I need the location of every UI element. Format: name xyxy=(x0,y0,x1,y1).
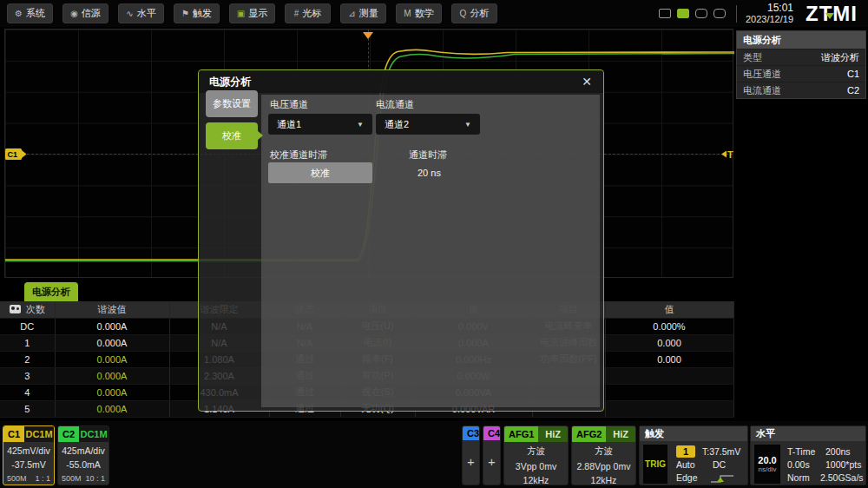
dialog-title: 电源分析 xyxy=(199,70,603,93)
table-cell xyxy=(605,384,733,400)
scale-value: 425mA/div xyxy=(58,445,108,456)
current-channel-select[interactable]: 通道2 ▼ xyxy=(376,114,480,135)
column-header: 谐波值 xyxy=(55,301,169,318)
trig-status-text: TRIG xyxy=(645,459,666,469)
table-cell: 5 xyxy=(0,400,55,417)
trigger-panel[interactable]: 触发 TRIG 1 T:37.5mV Auto DC Edge xyxy=(639,425,748,485)
bandwidth-value: 500M xyxy=(7,474,27,483)
menu-horizontal-button[interactable]: ∿ 水平 xyxy=(118,3,164,23)
table-cell: 3 xyxy=(0,367,55,384)
voltage-channel-label: 电压通道 xyxy=(270,98,308,111)
t-level-marker[interactable]: T xyxy=(721,149,733,160)
results-tab-power-analysis[interactable]: 电源分析 xyxy=(24,282,78,301)
menu-system-button[interactable]: ⚙ 系统 xyxy=(7,3,53,23)
menu-cursor-button[interactable]: # 光标 xyxy=(285,3,331,23)
screen-icon[interactable] xyxy=(659,9,671,18)
table-cell: 0.000A xyxy=(55,334,169,351)
menu-math-button[interactable]: M 数学 xyxy=(396,3,442,23)
delay-value: 0.00s xyxy=(787,459,810,470)
sample-rate-value: 2.50GSa/s xyxy=(820,472,864,483)
table-cell: 2 xyxy=(0,351,55,367)
c1-level-marker[interactable]: C1 xyxy=(5,148,27,160)
math-icon: M xyxy=(404,10,411,18)
scale-value: 425mV/div xyxy=(3,445,54,456)
timebase-box[interactable]: 20.0 ns/div xyxy=(754,445,780,484)
gear-icon: ⚙ xyxy=(15,10,23,18)
trig-status-box[interactable]: TRIG xyxy=(643,445,667,484)
summary-row-type[interactable]: 类型 谐波分析 xyxy=(737,49,865,65)
channel-card-c2[interactable]: C2 DC1M 425mA/div -55.0mA 500M10 : 1 xyxy=(57,425,109,485)
divider xyxy=(736,5,737,23)
row-value: 谐波分析 xyxy=(821,51,859,64)
dialog-content-panel xyxy=(261,95,600,407)
deskew-calibrate-label: 校准通道时滞 xyxy=(270,148,327,162)
chevron-down-icon: ▼ xyxy=(464,121,471,129)
afg2-card[interactable]: AFG2 HiZ 方波 2.88Vpp 0mv 12kHz xyxy=(571,425,636,485)
channel-card-c3[interactable]: C3 + xyxy=(462,425,480,485)
trigger-panel-title: 触发 xyxy=(640,426,747,441)
top-toolbar: ⚙ 系统 ◉ 信源 ∿ 水平 ⚑ 触发 ▣ 显示 # 光标 ⊿ 测量 M 数学 … xyxy=(0,0,868,27)
menu-source-button[interactable]: ◉ 信源 xyxy=(62,3,108,23)
usb-storage-icon[interactable] xyxy=(677,9,689,18)
channel-card-c4[interactable]: C4 + xyxy=(483,425,501,485)
close-icon[interactable]: ✕ xyxy=(579,74,595,89)
trigger-flag-icon: ⚑ xyxy=(181,10,189,18)
row-label: 电流通道 xyxy=(743,84,781,97)
trigger-source-badge[interactable]: 1 xyxy=(676,445,695,458)
chevron-down-icon: ▼ xyxy=(357,121,364,129)
status-bar: C1 DC1M 425mV/div -37.5mV 500M1 : 1 C2 D… xyxy=(0,421,868,488)
analysis-summary-panel: 电源分析 类型 谐波分析 电压通道 C1 电流通道 C2 xyxy=(736,30,866,99)
menu-measure-button[interactable]: ⊿ 测量 xyxy=(340,3,386,23)
table-cell xyxy=(605,367,733,384)
menu-label: 触发 xyxy=(193,7,212,20)
menu-label: 系统 xyxy=(26,7,45,20)
impedance-value: HiZ xyxy=(606,426,635,442)
tab-parameter-settings[interactable]: 参数设置 xyxy=(206,90,258,117)
selected-value: 通道1 xyxy=(277,118,301,131)
selected-value: 通道2 xyxy=(385,118,409,131)
measure-icon: ⊿ xyxy=(348,10,355,18)
table-cell: 0.000 xyxy=(605,334,733,351)
add-channel-button[interactable]: + xyxy=(463,454,479,469)
snapshot-icon[interactable] xyxy=(10,305,21,313)
table-cell: 0.000A xyxy=(55,400,169,417)
channel-badge: C2 xyxy=(58,426,79,442)
calibrate-button[interactable]: 校准 xyxy=(268,162,372,183)
logo-triangle xyxy=(825,13,834,19)
channel-card-c1[interactable]: C1 DC1M 425mV/div -37.5mV 500M1 : 1 xyxy=(3,425,55,485)
acq-mode-value: Norm xyxy=(787,472,810,483)
channel-badge: C3 xyxy=(463,426,480,440)
trigger-position-marker[interactable] xyxy=(363,32,373,39)
impedance-value: HiZ xyxy=(538,426,568,442)
summary-row-voltage[interactable]: 电压通道 C1 xyxy=(737,65,865,82)
date-text: 2023/12/19 xyxy=(746,14,793,25)
current-channel-label: 电流通道 xyxy=(376,98,414,111)
summary-row-current[interactable]: 电流通道 C2 xyxy=(737,82,865,98)
frequency-value: 12kHz xyxy=(572,475,635,485)
table-cell: 0.000A xyxy=(55,384,169,400)
svg-text:T: T xyxy=(727,149,733,160)
points-value: 1000*pts xyxy=(825,459,861,470)
voltage-channel-select[interactable]: 通道1 ▼ xyxy=(268,114,372,135)
horizontal-panel[interactable]: 水平 20.0 ns/div T-Time 200ns 0.00s 1000*p… xyxy=(750,425,866,485)
touch-icon[interactable] xyxy=(713,9,726,18)
afg1-card[interactable]: AFG1 HiZ 方波 3Vpp 0mv 12kHz xyxy=(503,425,569,485)
tab-calibration[interactable]: 校准 xyxy=(206,122,258,149)
deskew-value: 20 ns xyxy=(418,168,441,178)
menu-analyze-button[interactable]: Q 分析 xyxy=(451,3,497,23)
menu-trigger-button[interactable]: ⚑ 触发 xyxy=(174,3,220,23)
brand-logo: ZTMI xyxy=(806,2,858,26)
timebase-value: 20.0 xyxy=(758,455,776,465)
trigger-type-value: Edge xyxy=(676,472,698,483)
menu-display-button[interactable]: ▣ 显示 xyxy=(229,3,275,23)
table-cell: 4 xyxy=(0,384,55,400)
row-label: 类型 xyxy=(743,51,762,64)
frequency-value: 12kHz xyxy=(504,475,568,485)
column-header: 次数 xyxy=(26,303,45,316)
timebase-unit: ns/div xyxy=(759,465,777,473)
deskew-label: 通道时滞 xyxy=(409,148,447,162)
network-icon[interactable] xyxy=(695,9,707,18)
add-channel-button[interactable]: + xyxy=(483,454,500,469)
menu-label: 显示 xyxy=(248,7,267,20)
table-cell: 1 xyxy=(0,334,55,351)
